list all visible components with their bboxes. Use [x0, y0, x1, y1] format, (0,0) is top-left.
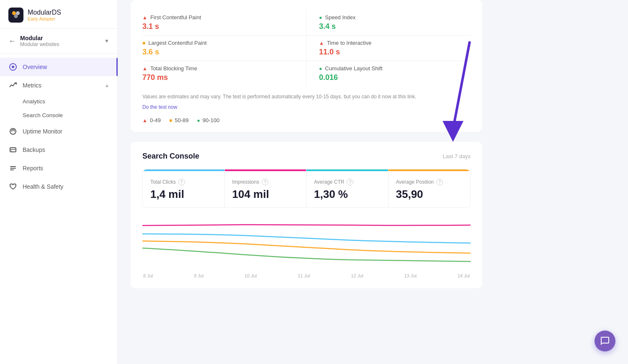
search-console-section: Search Console Last 7 days Total Clicks …	[131, 142, 482, 288]
perf-value-tbt: 770 ms	[142, 73, 293, 82]
sidebar-navigation: Overview Metrics ▲ Analytics Search Cons…	[0, 54, 118, 356]
logo-text: ModularDS Early Adopter	[28, 9, 61, 21]
chart-labels: 8 Jul 9 Jul 10 Jul 11 Jul 12 Jul 13 Jul …	[142, 273, 471, 278]
sc-card-value-clicks: 1,4 mil	[150, 188, 217, 201]
sidebar-item-backups[interactable]: Backups	[0, 141, 118, 159]
perf-label-lcp: ■ Largest Contentful Paint	[142, 40, 293, 46]
perf-item-fcp: ▲ First Contentful Paint 3.1 s	[142, 10, 306, 36]
brand-name: ModularDS	[28, 9, 61, 16]
search-console-chart	[142, 218, 471, 268]
sc-period: Last 7 days	[443, 153, 471, 159]
trending-icon	[8, 81, 18, 90]
sidebar-item-search-console[interactable]: Search Console	[0, 108, 118, 122]
chat-icon	[600, 336, 610, 346]
sidebar-item-label: Metrics	[23, 82, 41, 89]
sc-card-label-clicks: Total Clicks ?	[150, 179, 217, 185]
sidebar: ModularDS Early Adopter ← Modular Modula…	[0, 0, 118, 364]
square-icon: ■	[142, 40, 145, 46]
svg-point-2	[14, 14, 18, 18]
sidebar-item-reports[interactable]: Reports	[0, 159, 118, 177]
sc-card-value-position: 35,90	[396, 188, 463, 201]
perf-label-cls: ● Cumulative Layout Shift	[319, 65, 471, 72]
perf-label-si: ● Speed Index	[319, 14, 471, 21]
sidebar-item-label: Health & Safety	[23, 183, 63, 190]
triangle-icon-2: ▲	[319, 40, 324, 46]
sc-header: Search Console Last 7 days	[142, 152, 471, 161]
info-icon-position[interactable]: ?	[436, 179, 443, 185]
square-legend-icon: ■	[169, 118, 172, 123]
sc-card-ctr: Average CTR ? 1,30 %	[306, 169, 389, 208]
chevron-down-icon: ▼	[104, 38, 109, 44]
sidebar-item-uptime-monitor[interactable]: Uptime Monitor	[0, 122, 118, 141]
sc-card-value-impressions: 104 mil	[232, 188, 299, 201]
sc-card-value-ctr: 1,30 %	[314, 188, 381, 201]
chart-label-5: 13 Jul	[404, 273, 416, 278]
workspace-name: Modular	[20, 35, 104, 41]
info-icon-ctr[interactable]: ?	[347, 179, 353, 185]
perf-item-tti: ▲ Time to Interactive 11.0 s	[306, 36, 471, 61]
workspace-selector[interactable]: ← Modular Modular websites ▼	[0, 29, 118, 54]
sidebar-sub-label: Search Console	[23, 112, 63, 118]
perf-item-lcp: ■ Largest Contentful Paint 3.6 s	[142, 36, 306, 61]
logo-area: ModularDS Early Adopter	[0, 0, 118, 29]
triangle-legend-icon: ▲	[142, 118, 147, 123]
perf-label-tti: ▲ Time to Interactive	[319, 40, 471, 46]
circle-dot-icon: ●	[319, 15, 322, 21]
workspace-sub: Modular websites	[20, 41, 104, 47]
chart-label-2: 10 Jul	[245, 273, 257, 278]
performance-section: ▲ First Contentful Paint 3.1 s ● Speed I…	[131, 0, 482, 132]
perf-item-tbt: ▲ Total Blocking Time 770 ms	[142, 61, 306, 86]
info-icon-clicks[interactable]: ?	[178, 179, 185, 185]
do-test-link[interactable]: Do the test now	[142, 104, 177, 110]
chart-label-4: 12 Jul	[351, 273, 363, 278]
uptime-icon	[8, 127, 18, 136]
card-bar-orange	[389, 169, 471, 171]
perf-label-tbt: ▲ Total Blocking Time	[142, 65, 293, 72]
main-content: ▲ First Contentful Paint 3.1 s ● Speed I…	[118, 0, 628, 364]
sc-card-total-clicks: Total Clicks ? 1,4 mil	[143, 169, 225, 208]
perf-label-fcp: ▲ First Contentful Paint	[142, 14, 293, 21]
circle-legend-icon: ●	[197, 118, 200, 123]
info-icon-impressions[interactable]: ?	[262, 179, 268, 185]
sidebar-item-analytics[interactable]: Analytics	[0, 95, 118, 108]
perf-item-cls: ● Cumulative Layout Shift 0.016	[306, 61, 471, 86]
chat-button[interactable]	[595, 331, 615, 351]
perf-value-si: 3.4 s	[319, 22, 471, 31]
workspace-info: Modular Modular websites	[20, 35, 104, 47]
backups-icon	[8, 145, 18, 154]
performance-note: Values are estimates and may vary. The t…	[142, 93, 471, 100]
chart-label-1: 9 Jul	[194, 273, 203, 278]
sidebar-item-metrics[interactable]: Metrics ▲	[0, 76, 118, 95]
chart-label-3: 11 Jul	[298, 273, 310, 278]
reports-icon	[8, 164, 18, 173]
perf-item-si: ● Speed Index 3.4 s	[306, 10, 471, 36]
sidebar-item-overview[interactable]: Overview	[0, 58, 118, 76]
perf-value-lcp: 3.6 s	[142, 48, 293, 56]
legend-item-red: ▲ 0-49	[142, 117, 161, 123]
svg-rect-6	[10, 148, 16, 152]
legend-item-orange: ■ 50-89	[169, 117, 189, 123]
perf-value-fcp: 3.1 s	[142, 22, 293, 31]
svg-point-8	[11, 151, 12, 151]
card-bar-blue	[143, 169, 224, 171]
card-bar-pink	[225, 169, 306, 171]
sc-card-position: Average Position ? 35,90	[389, 169, 471, 208]
sc-cards: Total Clicks ? 1,4 mil Impressions ? 104…	[142, 169, 471, 208]
chart-label-0: 8 Jul	[143, 273, 153, 278]
triangle-icon-3: ▲	[142, 66, 147, 72]
perf-value-cls: 0.016	[319, 73, 471, 82]
sidebar-item-label: Uptime Monitor	[23, 128, 62, 135]
sc-card-label-position: Average Position ?	[396, 179, 463, 185]
svg-point-4	[12, 66, 14, 68]
perf-value-tti: 11.0 s	[319, 48, 471, 56]
sidebar-item-label: Backups	[23, 146, 45, 153]
sc-title: Search Console	[142, 152, 199, 161]
performance-grid: ▲ First Contentful Paint 3.1 s ● Speed I…	[142, 10, 471, 86]
logo-icon	[8, 8, 23, 23]
triangle-icon: ▲	[142, 15, 147, 21]
chevron-up-icon: ▲	[105, 83, 109, 88]
performance-legend: ▲ 0-49 ■ 50-89 ● 90-100	[142, 117, 471, 123]
sc-card-label-impressions: Impressions ?	[232, 179, 299, 185]
sidebar-item-health-safety[interactable]: Health & Safety	[0, 177, 118, 196]
sidebar-item-label: Reports	[23, 165, 43, 172]
